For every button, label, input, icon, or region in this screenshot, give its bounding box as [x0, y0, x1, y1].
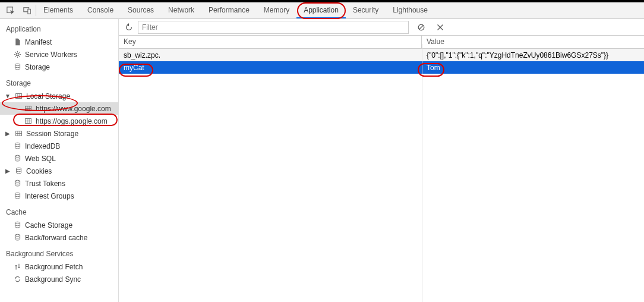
- grid-icon: [14, 92, 23, 100]
- sidebar-item-label: https://www.google.com: [36, 105, 111, 113]
- db-icon: [13, 234, 21, 242]
- sidebar-item-cache-storage[interactable]: Cache Storage: [0, 219, 118, 231]
- db-icon: [13, 180, 21, 188]
- tab-lighthouse[interactable]: Lighthouse: [386, 2, 435, 18]
- sidebar-item-label: Trust Tokens: [25, 180, 65, 188]
- tab-performance[interactable]: Performance: [201, 2, 257, 18]
- cell-value: Tom: [422, 62, 644, 73]
- svg-rect-2: [28, 9, 30, 14]
- file-icon: [13, 38, 21, 46]
- svg-point-12: [15, 64, 20, 65]
- refresh-icon[interactable]: [122, 21, 135, 34]
- sidebar-item-https-ogs-google-com[interactable]: https://ogs.google.com: [0, 115, 118, 127]
- sidebar-item-label: Session Storage: [26, 130, 78, 138]
- grid-icon: [24, 117, 32, 125]
- sidebar-item-https-www-google-com[interactable]: https://www.google.com: [0, 102, 118, 115]
- section-application: Application: [0, 19, 118, 36]
- db-icon: [13, 192, 21, 200]
- svg-point-35: [15, 234, 20, 236]
- sidebar-item-label: Storage: [25, 63, 50, 71]
- cell-value: {"0":[],"1":{"k":1,"q":"YzgHdTneZvUy0861…: [422, 50, 644, 61]
- tab-application[interactable]: Application: [296, 2, 346, 18]
- grid-icon: [24, 105, 32, 113]
- table-row[interactable]: myCatTom: [119, 61, 644, 74]
- sidebar-item-background-fetch[interactable]: Background Fetch: [0, 260, 118, 273]
- db-icon: [13, 63, 21, 71]
- filter-input[interactable]: [138, 21, 409, 34]
- svg-point-34: [15, 222, 20, 224]
- sidebar-item-label: Local Storage: [26, 92, 70, 100]
- content-toolbar: [119, 19, 644, 36]
- sidebar-item-local-storage[interactable]: ▼Local Storage: [0, 90, 118, 102]
- delete-icon[interactable]: [434, 21, 447, 34]
- svg-point-31: [16, 168, 21, 169]
- sidebar-item-service-workers[interactable]: Service Workers: [0, 48, 118, 61]
- storage-table: Key Value sb_wiz.zpc.{"0":[],"1":{"k":1,…: [119, 36, 644, 302]
- clear-all-icon[interactable]: [415, 21, 428, 34]
- grid-icon: [14, 130, 23, 138]
- svg-point-30: [15, 155, 20, 157]
- db-icon: [13, 155, 21, 163]
- section-bg: Background Services: [0, 244, 118, 260]
- sidebar-item-indexeddb[interactable]: IndexedDB: [0, 140, 118, 152]
- inspect-icon[interactable]: [2, 2, 19, 18]
- sidebar-item-label: Cookies: [26, 167, 52, 175]
- tab-memory[interactable]: Memory: [257, 2, 296, 18]
- devtools-tabs: ElementsConsoleSourcesNetworkPerformance…: [0, 2, 644, 19]
- tab-security[interactable]: Security: [346, 2, 386, 18]
- svg-point-32: [15, 180, 20, 182]
- tab-elements[interactable]: Elements: [36, 2, 80, 18]
- column-divider[interactable]: [422, 44, 422, 302]
- device-toggle-icon[interactable]: [19, 2, 36, 18]
- sidebar-item-label: https://ogs.google.com: [36, 117, 108, 125]
- db-icon: [13, 142, 21, 150]
- svg-line-37: [419, 25, 424, 29]
- table-row[interactable]: sb_wiz.zpc.{"0":[],"1":{"k":1,"q":"YzgHd…: [119, 49, 644, 61]
- svg-line-8: [15, 52, 15, 52]
- tab-console[interactable]: Console: [80, 2, 121, 18]
- table-header: Key Value: [119, 36, 644, 49]
- chevron-right-icon[interactable]: ▶: [5, 130, 11, 137]
- sidebar-item-label: Cache Storage: [25, 221, 72, 229]
- sidebar-item-label: Manifest: [25, 38, 52, 46]
- tab-network[interactable]: Network: [161, 2, 201, 18]
- svg-point-33: [15, 193, 20, 194]
- svg-line-9: [19, 56, 20, 56]
- sidebar-item-label: Background Fetch: [25, 263, 83, 271]
- sidebar-item-label: Web SQL: [25, 155, 56, 163]
- sidebar-item-label: Service Workers: [25, 51, 77, 59]
- tab-sources[interactable]: Sources: [121, 2, 161, 18]
- col-value[interactable]: Value: [422, 36, 644, 48]
- sidebar-item-storage[interactable]: Storage: [0, 61, 118, 73]
- gear-icon: [13, 51, 21, 59]
- content-panel: Key Value sb_wiz.zpc.{"0":[],"1":{"k":1,…: [119, 19, 644, 302]
- cell-key: myCat: [119, 62, 422, 73]
- sidebar-item-trust-tokens[interactable]: Trust Tokens: [0, 177, 118, 190]
- sidebar-item-session-storage[interactable]: ▶Session Storage: [0, 127, 118, 140]
- sidebar-item-label: Back/forward cache: [25, 234, 87, 242]
- cell-key: sb_wiz.zpc.: [119, 50, 422, 61]
- section-cache: Cache: [0, 202, 118, 219]
- sidebar-item-cookies[interactable]: ▶Cookies: [0, 165, 118, 177]
- chevron-down-icon[interactable]: ▼: [5, 93, 11, 99]
- db-icon: [13, 221, 21, 229]
- sidebar-item-web-sql[interactable]: Web SQL: [0, 152, 118, 165]
- updown-icon: [13, 263, 21, 271]
- sidebar-item-label: IndexedDB: [25, 142, 60, 150]
- sidebar-item-label: Background Sync: [25, 275, 81, 284]
- db-icon: [14, 167, 23, 175]
- sidebar-item-label: Interest Groups: [25, 192, 74, 200]
- svg-point-29: [15, 143, 20, 144]
- svg-line-11: [19, 52, 20, 52]
- sync-icon: [13, 275, 21, 284]
- sidebar-item-manifest[interactable]: Manifest: [0, 36, 118, 48]
- svg-line-10: [15, 56, 15, 56]
- col-key[interactable]: Key: [119, 36, 422, 48]
- sidebar-item-back-forward-cache[interactable]: Back/forward cache: [0, 231, 118, 244]
- sidebar-item-background-sync[interactable]: Background Sync: [0, 273, 118, 285]
- chevron-right-icon[interactable]: ▶: [5, 168, 11, 174]
- sidebar-item-interest-groups[interactable]: Interest Groups: [0, 190, 118, 202]
- svg-point-3: [16, 53, 19, 56]
- section-storage: Storage: [0, 73, 118, 90]
- sidebar: Application ManifestService WorkersStora…: [0, 19, 119, 302]
